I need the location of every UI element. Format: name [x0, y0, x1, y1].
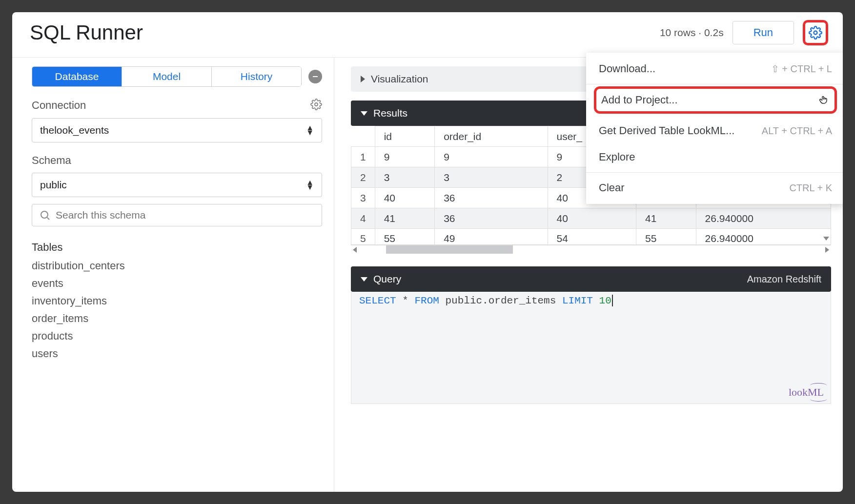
minus-icon [311, 73, 319, 81]
sidebar-tab-row: Database Model History [32, 66, 322, 87]
table-row[interactable]: 55549545526.940000 [351, 229, 831, 245]
collapse-sidebar-button[interactable] [308, 70, 322, 83]
main-area: Database Model History Connection [12, 58, 843, 492]
text-cursor [612, 295, 613, 306]
table-item[interactable]: events [32, 276, 322, 291]
connection-label: Connection [32, 99, 86, 112]
schema-search-input[interactable] [56, 209, 315, 221]
visualization-label: Visualization [371, 73, 428, 85]
page-header: SQL Runner 10 rows · 0.2s Run [12, 12, 843, 58]
query-label: Query [373, 273, 401, 285]
settings-gear-button[interactable] [803, 20, 828, 45]
tab-history[interactable]: History [212, 67, 301, 86]
column-header[interactable]: id [375, 126, 434, 147]
scroll-thumb[interactable] [386, 245, 513, 254]
table-item[interactable]: distribution_centers [32, 259, 322, 273]
table-row[interactable]: 44136404126.940000 [351, 208, 831, 229]
query-panel: Query Amazon Redshift SELECT * FROM publ… [351, 266, 831, 404]
connection-select[interactable]: thelook_events ▲▼ [32, 118, 322, 142]
menu-download[interactable]: Download... ⇧ + CTRL + L [586, 56, 843, 82]
tables-label: Tables [32, 241, 63, 254]
connection-gear-button[interactable] [310, 99, 322, 112]
table-item[interactable]: inventory_items [32, 294, 322, 308]
sidebar: Database Model History Connection [12, 58, 334, 492]
table-item[interactable]: order_items [32, 311, 322, 326]
caret-right-icon [361, 76, 365, 82]
app-window: SQL Runner 10 rows · 0.2s Run Database M… [12, 12, 843, 492]
svg-point-0 [814, 31, 817, 35]
run-button[interactable]: Run [733, 21, 794, 44]
table-item[interactable]: users [32, 346, 322, 361]
tab-model[interactable]: Model [122, 67, 212, 86]
table-item[interactable]: products [32, 329, 322, 343]
scroll-right-icon [825, 247, 829, 253]
gear-icon [809, 26, 822, 40]
column-header[interactable]: order_id [435, 126, 548, 147]
tables-section: Tables [32, 241, 322, 254]
schema-value: public [40, 179, 67, 191]
menu-get-derived-lookml[interactable]: Get Derived Table LookML... ALT + CTRL +… [586, 118, 843, 144]
lookml-logo: lookML [789, 386, 824, 399]
search-icon [39, 209, 51, 221]
sql-editor[interactable]: SELECT * FROM public.order_items LIMIT 1… [351, 292, 831, 404]
sidebar-tabs: Database Model History [32, 66, 302, 87]
svg-line-4 [47, 218, 49, 220]
menu-explore[interactable]: Explore [586, 144, 843, 170]
scroll-down-icon [823, 237, 829, 241]
menu-add-to-project[interactable]: Add to Project... [594, 86, 837, 114]
page-title: SQL Runner [30, 21, 143, 44]
results-label: Results [373, 107, 407, 119]
query-panel-header[interactable]: Query Amazon Redshift [351, 266, 831, 292]
header-right: 10 rows · 0.2s Run [660, 20, 828, 45]
schema-label: Schema [32, 154, 71, 167]
caret-down-icon [361, 277, 367, 282]
schema-section: Schema [32, 154, 322, 167]
db-engine-label: Amazon Redshift [747, 274, 821, 285]
svg-point-2 [315, 103, 318, 106]
tab-database[interactable]: Database [32, 67, 122, 86]
caret-down-icon [361, 111, 367, 116]
scroll-left-icon [353, 247, 357, 253]
connection-value: thelook_events [40, 124, 109, 136]
sort-icon: ▲▼ [306, 180, 314, 189]
rows-info: 10 rows · 0.2s [660, 27, 724, 39]
table-list: distribution_centers events inventory_it… [32, 259, 322, 361]
connection-section: Connection [32, 99, 322, 112]
svg-point-3 [41, 211, 48, 218]
schema-search[interactable] [32, 204, 322, 226]
horizontal-scrollbar[interactable] [351, 245, 831, 254]
sort-icon: ▲▼ [306, 125, 314, 135]
pointer-hand-icon [818, 94, 830, 106]
menu-separator [586, 172, 843, 173]
gear-icon [310, 99, 322, 110]
menu-clear[interactable]: Clear CTRL + K [586, 175, 843, 201]
schema-select[interactable]: public ▲▼ [32, 173, 322, 197]
settings-dropdown: Download... ⇧ + CTRL + L Add to Project.… [586, 53, 843, 204]
svg-rect-1 [313, 76, 318, 77]
menu-separator [586, 84, 843, 84]
content-area: Visualization Results id order_id [334, 58, 843, 492]
